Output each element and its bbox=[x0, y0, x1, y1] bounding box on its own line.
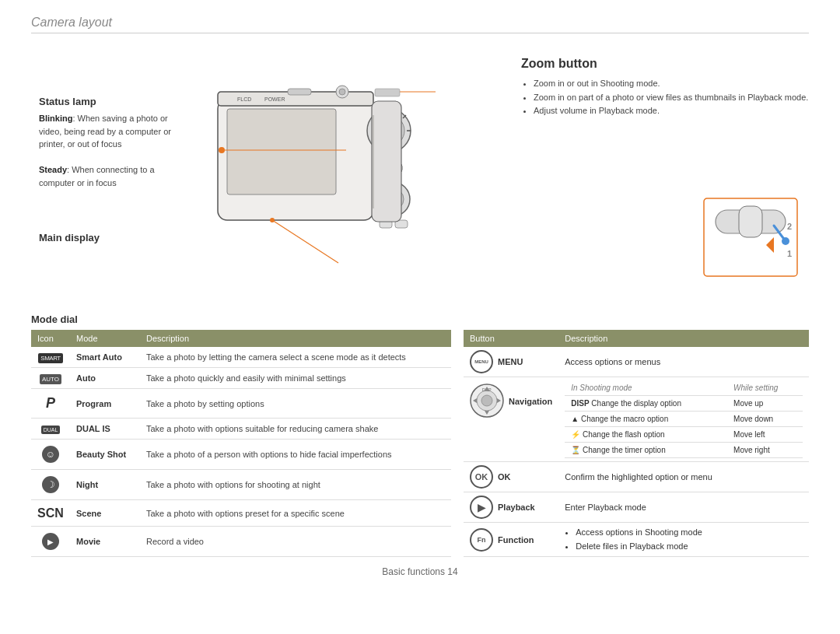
ok-button-icon: OK bbox=[470, 465, 493, 489]
button-cell: ▶ Playback bbox=[464, 492, 558, 523]
navigation-button-icon: DISP bbox=[470, 384, 504, 419]
left-col-mode: Mode bbox=[70, 330, 140, 347]
mode-desc-cell: Record a video bbox=[140, 527, 451, 557]
svg-rect-5 bbox=[288, 89, 311, 95]
title-divider bbox=[31, 33, 809, 33]
mode-icon-cell: SMART bbox=[31, 347, 70, 368]
program-icon: P bbox=[46, 395, 55, 411]
page-container: Camera layout Status lamp Blinking: When… bbox=[0, 0, 840, 634]
right-table: Button Description MENU MENU Access o bbox=[464, 330, 809, 557]
status-lamp-label: Status lamp Blinking: When saving a phot… bbox=[39, 96, 187, 189]
nav-inner-action: Move up bbox=[727, 396, 803, 412]
svg-rect-1 bbox=[227, 109, 336, 194]
function-label: Function bbox=[498, 535, 534, 545]
left-table: Icon Mode Description SMART Smart Auto T… bbox=[31, 330, 451, 557]
status-lamp-title: Status lamp bbox=[39, 96, 187, 107]
nav-inner-action: Move left bbox=[727, 427, 803, 443]
svg-point-7 bbox=[339, 89, 345, 95]
svg-marker-39 bbox=[766, 237, 774, 253]
mode-icon-cell: P bbox=[31, 389, 70, 419]
table-row: ☺ Beauty Shot Take a photo of a person w… bbox=[31, 440, 451, 470]
nav-inner-desc: ▲ Change the macro option bbox=[565, 412, 727, 427]
svg-point-36 bbox=[782, 237, 789, 245]
mode-dial-title: Mode dial bbox=[31, 313, 809, 325]
table-row: AUTO Auto Take a photo quickly and easil… bbox=[31, 368, 451, 389]
navigation-inner-table: In Shooting mode While setting DISP Chan… bbox=[565, 380, 803, 458]
svg-text:POWER: POWER bbox=[264, 96, 285, 102]
mode-name-cell: Scene bbox=[70, 499, 140, 526]
nav-inner-desc: DISP Change the display option bbox=[565, 396, 727, 412]
nav-inner-row: ⚡ Change the flash option Move left bbox=[565, 427, 803, 443]
svg-text:2: 2 bbox=[787, 222, 792, 231]
table-row: DUAL DUAL IS Take a photo with options s… bbox=[31, 418, 451, 439]
mode-desc-cell: Take a photo with options suitable for r… bbox=[140, 418, 451, 439]
main-display-label: Main display bbox=[39, 232, 100, 243]
mode-name-cell: DUAL IS bbox=[70, 418, 140, 439]
mode-desc-cell: Take a photo with options preset for a s… bbox=[140, 499, 451, 526]
zoom-detail-diagram: 2 1 bbox=[700, 194, 801, 282]
svg-rect-31 bbox=[375, 89, 400, 96]
table-row: ▶ Playback Enter Playback mode bbox=[464, 492, 809, 523]
steady-label: Steady: When connecting to a computer or… bbox=[39, 165, 155, 187]
movie-icon: ▶ bbox=[42, 533, 59, 550]
mode-name-cell: Smart Auto bbox=[70, 347, 140, 368]
table-row: MENU MENU Access options or menus bbox=[464, 347, 809, 377]
zoom-bullet-2: Zoom in on part of a photo or view files… bbox=[534, 91, 808, 105]
function-bullet-2: Delete files in Playback mode bbox=[576, 540, 803, 554]
mode-name-cell: Beauty Shot bbox=[70, 440, 140, 470]
auto-icon: AUTO bbox=[40, 374, 61, 384]
playback-button-icon: ▶ bbox=[470, 496, 493, 519]
mode-name-cell: Movie bbox=[70, 527, 140, 557]
desc-cell: Access options in Shooting mode Delete f… bbox=[558, 523, 809, 557]
navigation-label: Navigation bbox=[509, 397, 552, 406]
mode-name-cell: Auto bbox=[70, 368, 140, 389]
nav-inner-action: Move down bbox=[727, 412, 803, 427]
mode-icon-cell: SCN bbox=[31, 499, 70, 526]
nav-inner-action: Move right bbox=[727, 443, 803, 458]
table-row: ▶ Movie Record a video bbox=[31, 527, 451, 557]
zoom-button-body: Zoom in or out in Shooting mode. Zoom in… bbox=[521, 77, 808, 118]
zoom-button-label: Zoom button Zoom in or out in Shooting m… bbox=[521, 57, 808, 118]
camera-section: Status lamp Blinking: When saving a phot… bbox=[31, 49, 809, 306]
mode-desc-cell: Take a photo with options for shooting a… bbox=[140, 470, 451, 500]
camera-left-labels: Status lamp Blinking: When saving a phot… bbox=[31, 49, 187, 306]
mode-dial-section: Mode dial Icon Mode Description SMART bbox=[31, 313, 809, 557]
nav-inner-row: ⏳ Change the timer option Move right bbox=[565, 443, 803, 458]
menu-button-icon: MENU bbox=[470, 350, 493, 373]
mode-name-cell: Night bbox=[70, 470, 140, 500]
scene-icon: SCN bbox=[37, 506, 64, 520]
svg-point-23 bbox=[219, 147, 225, 153]
mode-desc-cell: Take a photo by letting the camera selec… bbox=[140, 347, 451, 368]
function-button-icon: Fn bbox=[470, 528, 493, 552]
desc-cell: Confirm the highlighted option or menu bbox=[558, 462, 809, 492]
blinking-label: Blinking: When saving a photo or video, … bbox=[39, 114, 171, 149]
mode-desc-cell: Take a photo by setting options bbox=[140, 389, 451, 419]
left-col-desc: Description bbox=[140, 330, 451, 347]
nav-inner-desc: ⚡ Change the flash option bbox=[565, 427, 727, 443]
mode-icon-cell: DUAL bbox=[31, 418, 70, 439]
zoom-bullet-1: Zoom in or out in Shooting mode. bbox=[534, 77, 808, 91]
camera-right-labels: Zoom button Zoom in or out in Shooting m… bbox=[482, 49, 809, 306]
desc-cell: In Shooting mode While setting DISP Chan… bbox=[558, 377, 809, 462]
desc-cell: Enter Playback mode bbox=[558, 492, 809, 523]
table-row: SCN Scene Take a photo with options pres… bbox=[31, 499, 451, 526]
mode-icon-cell: ▶ bbox=[31, 527, 70, 557]
inner-col2-header: While setting bbox=[727, 380, 803, 396]
mode-icon-cell: ☺ bbox=[31, 440, 70, 470]
button-cell: DISP Navigation bbox=[464, 377, 558, 462]
left-col-icon: Icon bbox=[31, 330, 70, 347]
desc-cell: Access options or menus bbox=[558, 347, 809, 377]
nav-inner-row: DISP Change the display option Move up bbox=[565, 396, 803, 412]
ok-label: OK bbox=[498, 472, 511, 482]
right-col-desc: Description bbox=[558, 330, 809, 347]
svg-line-25 bbox=[272, 220, 338, 263]
nav-inner-desc: ⏳ Change the timer option bbox=[565, 443, 727, 458]
main-display-title: Main display bbox=[39, 232, 100, 243]
svg-text:1: 1 bbox=[787, 249, 792, 258]
button-cell: Fn Function bbox=[464, 523, 558, 557]
right-col-button: Button bbox=[464, 330, 558, 347]
svg-text:FLCD: FLCD bbox=[237, 96, 251, 102]
table-row: P Program Take a photo by setting option… bbox=[31, 389, 451, 419]
table-row: Fn Function Access options in Shooting m… bbox=[464, 523, 809, 557]
function-bullet-1: Access options in Shooting mode bbox=[576, 526, 803, 540]
